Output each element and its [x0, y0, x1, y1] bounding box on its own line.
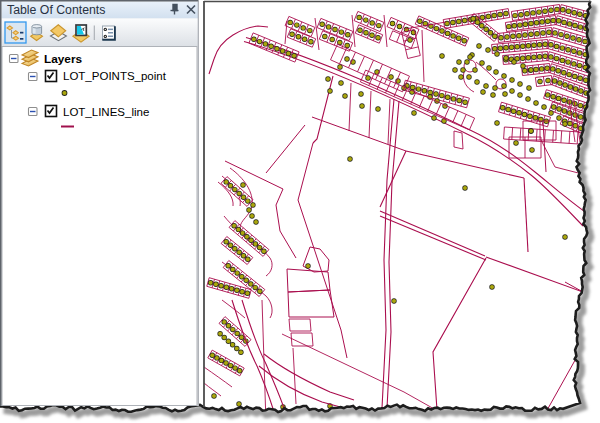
svg-text:Layers: Layers: [44, 52, 82, 66]
svg-text:LOT_LINES_line: LOT_LINES_line: [63, 106, 149, 118]
svg-text:LOT_POINTS_point: LOT_POINTS_point: [63, 70, 167, 82]
svg-text:Table Of Contents: Table Of Contents: [7, 3, 105, 17]
